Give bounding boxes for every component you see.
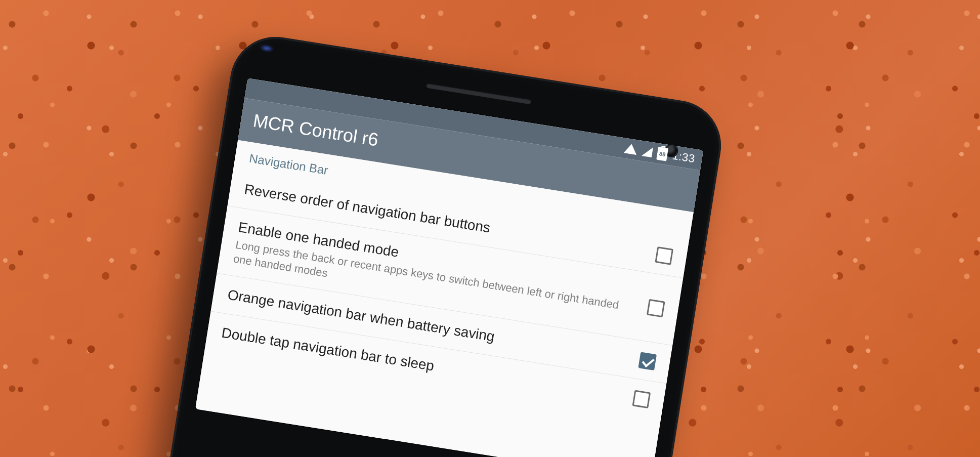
signal-icon (642, 146, 653, 157)
phone-body: 88 1:33 MCR Control r6 Navigation Bar Re… (158, 30, 728, 457)
notification-led (259, 44, 274, 52)
earpiece-speaker (426, 83, 532, 105)
checkbox-icon[interactable] (655, 246, 673, 265)
wifi-icon (624, 143, 638, 155)
battery-icon: 88 (656, 147, 668, 161)
phone-screen: 88 1:33 MCR Control r6 Navigation Bar Re… (195, 78, 703, 457)
checkbox-icon[interactable] (647, 299, 665, 318)
checkbox-icon[interactable] (638, 352, 657, 370)
battery-level: 88 (656, 147, 668, 161)
phone-scene: 88 1:33 MCR Control r6 Navigation Bar Re… (158, 30, 728, 457)
checkbox-icon[interactable] (632, 390, 651, 408)
app-title: MCR Control r6 (251, 110, 379, 150)
